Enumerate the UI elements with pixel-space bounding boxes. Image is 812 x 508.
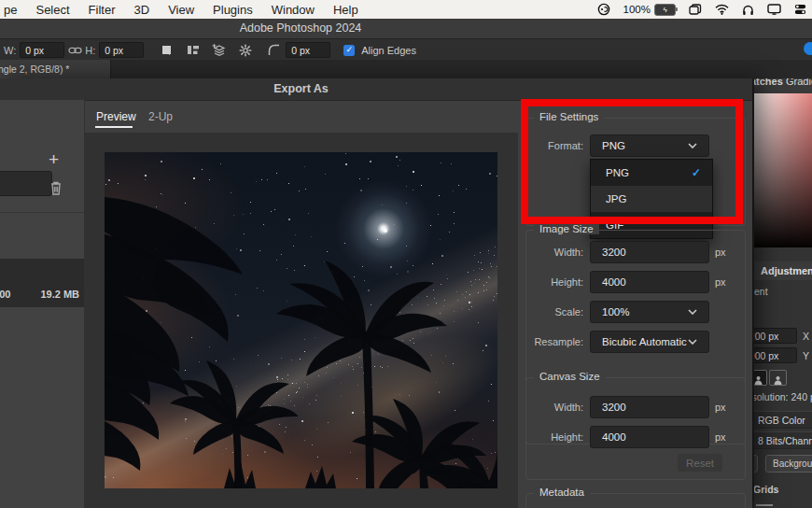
reset-button-label: Reset: [686, 458, 714, 469]
export-file-size: 19.2 MB: [40, 289, 79, 300]
bit-depth-row[interactable]: 8 Bits/Channel: [752, 431, 812, 449]
canvas-height-value: 4000: [602, 431, 626, 443]
menu-item-type[interactable]: pe: [0, 3, 26, 17]
scale-value: 100%: [602, 306, 629, 318]
color-gradient-field[interactable]: [754, 93, 812, 247]
canvas-width-unit: px: [715, 402, 726, 413]
path-operations-icon[interactable]: [157, 42, 177, 59]
export-size-value: 4000: [0, 289, 10, 300]
adjustments-header-label: Adjustments: [761, 265, 812, 276]
image-width-field[interactable]: 3200: [590, 241, 709, 263]
color-mode-label: RGB Color: [758, 415, 805, 426]
canvas-size-header: Canvas Size: [534, 371, 606, 382]
chevron-down-icon: [688, 309, 697, 315]
battery-indicator[interactable]: 100% ϟ: [623, 4, 676, 16]
chevron-down-icon: [688, 339, 697, 345]
tab-preview[interactable]: Preview: [96, 110, 136, 123]
app-title: Adobe Photoshop 2024: [0, 21, 601, 35]
canvas-width-label: Width:: [525, 402, 583, 413]
height-option-label: H:: [85, 45, 95, 56]
wifi-icon[interactable]: [715, 4, 729, 15]
image-height-value: 4000: [602, 276, 626, 288]
align-edges-label: Align Edges: [361, 45, 416, 56]
resample-label: Resample:: [525, 336, 583, 347]
palm-silhouettes: [105, 152, 497, 488]
corner-radius-field[interactable]: 0 px: [286, 42, 330, 58]
canvas-height-unit: px: [715, 431, 726, 443]
resample-value: Bicubic Automatic: [602, 336, 687, 347]
headphones-icon[interactable]: [742, 4, 754, 16]
stage-manager-icon[interactable]: [689, 4, 702, 15]
grids-section-label: Grids: [753, 484, 778, 495]
reset-button[interactable]: Reset: [678, 454, 722, 472]
preview-area: [85, 133, 518, 508]
photoshop-screen: pe Select Filter 3D View Plugins Window …: [0, 0, 812, 508]
adjustments-panel-header[interactable]: Adjustments: [752, 261, 812, 280]
canvas-width-field[interactable]: 3200: [590, 396, 709, 418]
highlight-rectangle: [521, 99, 743, 224]
resample-dropdown[interactable]: Bicubic Automatic: [590, 331, 709, 353]
path-arrangement-icon[interactable]: [209, 42, 230, 59]
canvas-height-label: Height:: [525, 431, 583, 443]
y-label: Y: [803, 350, 809, 361]
link-dimensions-icon[interactable]: [64, 42, 85, 59]
scale-dropdown[interactable]: 100%: [590, 301, 709, 323]
export-size-row[interactable]: 4000 19.2 MB: [0, 259, 84, 307]
macos-menu-bar: pe Select Filter 3D View Plugins Window …: [0, 0, 812, 19]
image-width-unit: px: [715, 247, 726, 258]
grids-divider: [756, 504, 773, 506]
tab-2up[interactable]: 2-Up: [148, 110, 173, 123]
menu-bar-status-area: 100% ϟ: [597, 0, 806, 19]
preview-image[interactable]: [105, 152, 497, 488]
width-option-label: W:: [4, 45, 16, 56]
divider: [0, 212, 84, 213]
dialog-title: Export As: [0, 82, 602, 95]
creative-cloud-icon[interactable]: [597, 3, 610, 16]
shape-settings-gear-icon[interactable]: [235, 42, 256, 59]
menu-item-filter[interactable]: Filter: [79, 3, 125, 17]
menu-item-view[interactable]: View: [159, 3, 203, 17]
active-tab-underline: [95, 126, 133, 128]
bit-depth-label: 8 Bits/Channel: [758, 435, 812, 446]
menu-item-plugins[interactable]: Plugins: [203, 3, 262, 17]
color-mode-row[interactable]: RGB Color: [752, 411, 812, 429]
image-size-header: Image Size: [534, 223, 599, 234]
image-height-field[interactable]: 4000: [590, 271, 709, 293]
corner-radius-icon: [263, 42, 284, 59]
background-button[interactable]: Background: [765, 455, 812, 473]
document-tab[interactable]: ngle 2, RGB/8) *: [0, 60, 111, 78]
display-icon[interactable]: [767, 4, 781, 15]
image-width-value: 3200: [602, 247, 626, 258]
menu-item-window[interactable]: Window: [262, 3, 324, 17]
shape-height-field[interactable]: 0 px: [99, 42, 144, 58]
menu-item-select[interactable]: Select: [26, 3, 78, 17]
add-scale-button[interactable]: +: [49, 150, 59, 168]
canvas-height-field[interactable]: 4000: [590, 426, 709, 448]
delete-scale-icon[interactable]: [49, 180, 63, 199]
canvas-width-value: 3200: [602, 402, 626, 413]
menu-item-3d[interactable]: 3D: [125, 3, 160, 17]
tool-options-bar: W: 0 px H: 0 px 0 px ✓ Align Edges: [0, 38, 812, 61]
dialog-title-bar[interactable]: Export As: [0, 78, 752, 101]
image-height-label: Height:: [525, 276, 583, 288]
x-label: X: [803, 331, 809, 342]
shape-width-field[interactable]: 0 px: [20, 42, 64, 58]
scale-list-panel: + 4000 19.2 MB: [0, 100, 85, 508]
image-width-label: Width:: [525, 247, 583, 258]
metadata-section: Metadata: [525, 493, 746, 508]
metadata-header: Metadata: [534, 487, 590, 498]
battery-icon: ϟ: [654, 4, 676, 16]
scale-label: Scale:: [525, 306, 583, 318]
document-tab-label: ngle 2, RGB/8) *: [0, 64, 69, 75]
menu-item-help[interactable]: Help: [324, 3, 368, 17]
battery-percent-label: 100%: [623, 4, 651, 15]
landscape-orientation-icon[interactable]: [769, 370, 787, 386]
app-title-bar: Adobe Photoshop 2024: [0, 19, 812, 38]
panel-text-fragment: ent: [754, 286, 768, 297]
align-edges-checkbox[interactable]: ✓: [343, 45, 355, 56]
document-tab-bar: ngle 2, RGB/8) *: [0, 60, 812, 78]
image-height-unit: px: [715, 276, 726, 288]
suffix-field[interactable]: [0, 171, 52, 196]
path-alignment-icon[interactable]: [183, 42, 203, 59]
control-center-icon[interactable]: [794, 4, 806, 15]
